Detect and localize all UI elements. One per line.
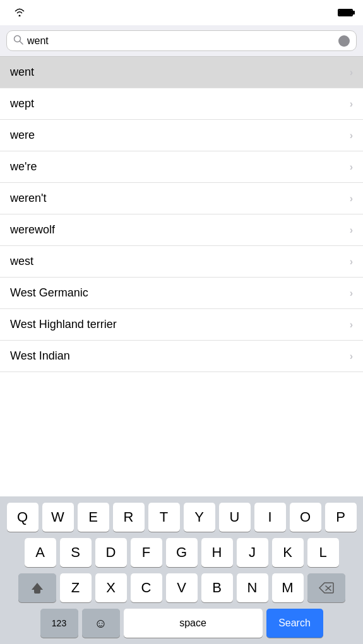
key-w[interactable]: W <box>42 503 74 532</box>
list-item[interactable]: wept› <box>0 88 363 120</box>
chevron-right-icon: › <box>350 161 353 173</box>
key-h[interactable]: H <box>201 538 233 567</box>
list-item[interactable]: West Highland terrier› <box>0 309 363 341</box>
result-text: were <box>10 129 35 142</box>
clear-button[interactable] <box>338 35 350 47</box>
wifi-icon <box>14 8 25 18</box>
list-item[interactable]: weren't› <box>0 183 363 214</box>
key-p[interactable]: P <box>325 503 357 532</box>
result-text: werewolf <box>10 223 55 237</box>
key-b[interactable]: B <box>201 573 233 602</box>
chevron-right-icon: › <box>350 225 353 236</box>
key-f[interactable]: F <box>131 538 162 567</box>
emoji-key[interactable]: ☺ <box>82 609 120 638</box>
status-bar <box>0 0 363 25</box>
shift-key[interactable] <box>18 573 56 602</box>
key-y[interactable]: Y <box>184 503 215 532</box>
keyboard-row-1: QWERTYUIOP <box>3 503 360 532</box>
key-j[interactable]: J <box>237 538 268 567</box>
result-text: went <box>10 66 34 79</box>
battery-icon <box>338 9 353 16</box>
keyboard-bottom-row: 123 ☺ space Search <box>3 609 360 638</box>
result-text: wept <box>10 97 34 110</box>
chevron-right-icon: › <box>350 193 353 204</box>
key-e[interactable]: E <box>78 503 109 532</box>
key-k[interactable]: K <box>272 538 304 567</box>
results-list: went›wept›were›we're›weren't›werewolf›we… <box>0 57 363 372</box>
keyboard-row-2: ASDFGHJKL <box>3 538 360 567</box>
chevron-right-icon: › <box>350 351 353 362</box>
chevron-right-icon: › <box>350 98 353 110</box>
result-text: West Indian <box>10 349 70 363</box>
list-item[interactable]: West Germanic› <box>0 278 363 309</box>
key-l[interactable]: L <box>307 538 339 567</box>
chevron-right-icon: › <box>350 288 353 299</box>
key-i[interactable]: I <box>254 503 286 532</box>
key-n[interactable]: N <box>237 573 268 602</box>
result-text: West Highland terrier <box>10 318 117 331</box>
key-r[interactable]: R <box>113 503 145 532</box>
list-item[interactable]: West Indian› <box>0 341 363 372</box>
keyboard: QWERTYUIOP ASDFGHJKL ZXCVBNM 123 ☺ space… <box>0 496 363 644</box>
key-v[interactable]: V <box>166 573 198 602</box>
key-u[interactable]: U <box>219 503 251 532</box>
keyboard-row-3: ZXCVBNM <box>3 573 360 602</box>
status-bar-right <box>338 9 353 16</box>
key-x[interactable]: X <box>95 573 127 602</box>
status-bar-left <box>10 8 25 18</box>
chevron-right-icon: › <box>350 319 353 331</box>
result-text: weren't <box>10 192 46 205</box>
search-input-wrapper <box>6 30 357 51</box>
search-key[interactable]: Search <box>266 609 323 638</box>
chevron-right-icon: › <box>350 130 353 141</box>
key-s[interactable]: S <box>60 538 92 567</box>
result-text: we're <box>10 160 37 173</box>
key-a[interactable]: A <box>25 538 56 567</box>
result-text: West Germanic <box>10 286 88 300</box>
key-q[interactable]: Q <box>7 503 39 532</box>
list-item[interactable]: we're› <box>0 151 363 183</box>
key-z[interactable]: Z <box>60 573 92 602</box>
search-bar <box>0 25 363 57</box>
list-item[interactable]: werewolf› <box>0 214 363 246</box>
search-icon <box>13 35 23 47</box>
search-input[interactable] <box>27 35 335 47</box>
key-g[interactable]: G <box>166 538 198 567</box>
result-text: west <box>10 255 33 268</box>
chevron-right-icon: › <box>350 256 353 267</box>
key-t[interactable]: T <box>148 503 180 532</box>
backspace-key[interactable] <box>307 573 345 602</box>
list-item[interactable]: went› <box>0 57 363 88</box>
svg-line-1 <box>20 42 23 45</box>
list-item[interactable]: west› <box>0 246 363 278</box>
key-d[interactable]: D <box>95 538 127 567</box>
key-c[interactable]: C <box>131 573 162 602</box>
numbers-key[interactable]: 123 <box>40 609 78 638</box>
chevron-right-icon: › <box>350 67 353 78</box>
list-item[interactable]: were› <box>0 120 363 151</box>
key-o[interactable]: O <box>290 503 321 532</box>
key-m[interactable]: M <box>272 573 304 602</box>
space-key[interactable]: space <box>124 609 263 638</box>
